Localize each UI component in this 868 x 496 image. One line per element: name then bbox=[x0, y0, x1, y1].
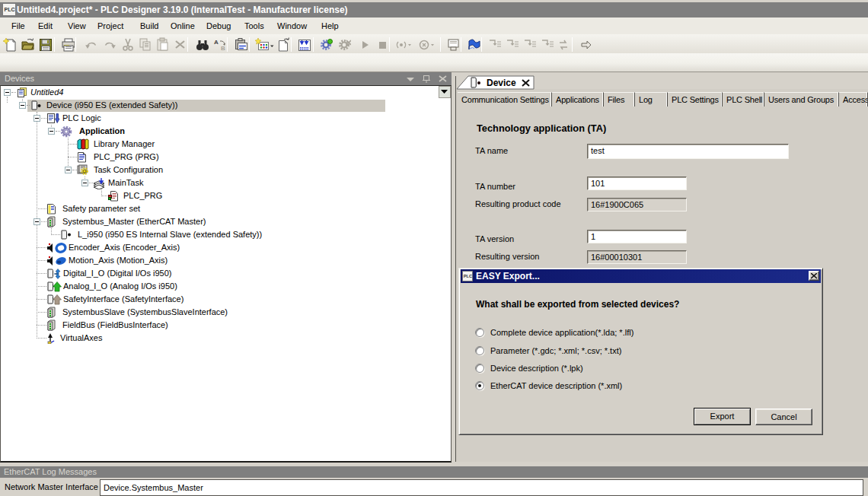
svg-text:PLC: PLC bbox=[464, 274, 473, 278]
svg-text:PLC: PLC bbox=[5, 7, 15, 12]
svg-text:A: A bbox=[214, 39, 219, 46]
svg-text:B: B bbox=[221, 45, 225, 52]
